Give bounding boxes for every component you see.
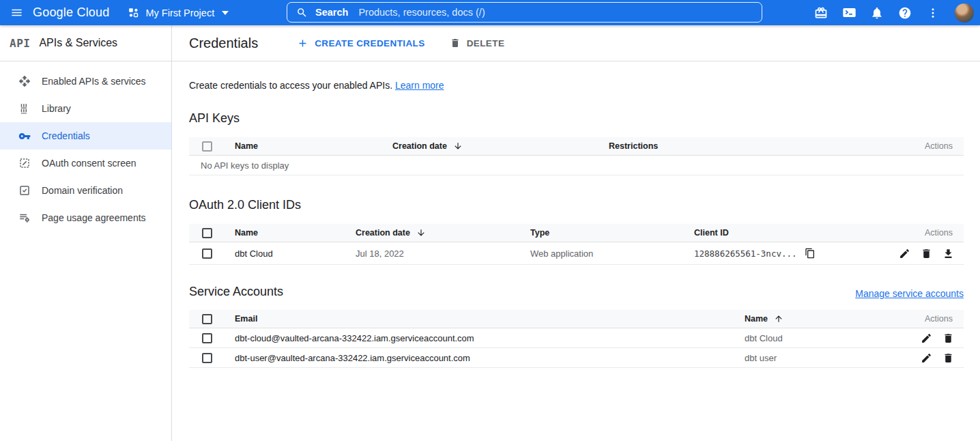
oauth-section-title: OAuth 2.0 Client IDs — [189, 198, 964, 212]
sidebar-item-label: Domain verification — [42, 185, 123, 196]
page-toolbar: Credentials CREATE CREDENTIALS DELETE — [172, 25, 980, 61]
sidebar-item-label: Page usage agreements — [42, 212, 146, 223]
service-accounts-table: Email Name Actions dbt-cloud@vaulted-arc… — [189, 310, 964, 368]
create-credentials-button[interactable]: CREATE CREDENTIALS — [297, 38, 424, 49]
notifications-bell-icon[interactable] — [869, 5, 885, 21]
column-header-client-id[interactable]: Client ID — [681, 228, 882, 238]
service-account-name: dbt user — [732, 353, 895, 363]
key-icon — [18, 130, 31, 142]
copy-icon[interactable] — [805, 248, 816, 259]
help-icon[interactable] — [897, 5, 913, 21]
project-icon — [128, 7, 139, 18]
column-header-actions: Actions — [895, 314, 964, 324]
menu-icon[interactable] — [0, 0, 33, 25]
intro-text: Create credentials to access your enable… — [189, 80, 964, 91]
content-body: Create credentials to access your enable… — [172, 80, 980, 368]
oauth-client-creation-date: Jul 18, 2022 — [343, 248, 517, 259]
column-header-type[interactable]: Type — [517, 228, 681, 238]
api-keys-table: Name Creation date Restrictions Actions … — [189, 137, 964, 175]
column-header-actions: Actions — [902, 141, 964, 151]
manage-service-accounts-link[interactable]: Manage service accounts — [855, 288, 964, 299]
sidebar-item-page-usage[interactable]: Page usage agreements — [0, 204, 171, 231]
sidebar-title: APIs & Services — [39, 37, 117, 49]
service-account-name: dbt Cloud — [732, 333, 895, 343]
oauth-table-header: Name Creation date Type Client ID Action… — [189, 224, 964, 242]
sidebar-header: API APIs & Services — [0, 25, 171, 61]
project-selector[interactable]: My First Project — [128, 7, 229, 18]
service-account-email[interactable]: dbt-cloud@vaulted-arcana-332422.iam.gser… — [222, 333, 732, 343]
project-name: My First Project — [145, 8, 214, 18]
search-input[interactable]: Search Products, resources, docs (/) — [287, 2, 762, 23]
avatar[interactable] — [955, 3, 974, 23]
column-header-email[interactable]: Email — [222, 314, 732, 324]
oauth-clients-table: Name Creation date Type Client ID Action… — [189, 224, 964, 265]
api-keys-empty-message: No API keys to display — [189, 156, 964, 175]
service-account-email[interactable]: dbt-user@vaulted-arcana-332422.iam.gserv… — [222, 353, 732, 363]
page-title: Credentials — [189, 35, 258, 51]
trash-icon — [450, 38, 461, 48]
column-header-creation-date[interactable]: Creation date — [343, 228, 517, 238]
library-icon — [18, 102, 31, 115]
chevron-down-icon — [222, 11, 229, 15]
cloud-shell-icon[interactable] — [841, 5, 857, 21]
sort-asc-icon — [774, 314, 783, 324]
sidebar-item-label: Library — [42, 103, 71, 114]
learn-more-link[interactable]: Learn more — [395, 80, 444, 91]
select-all-checkbox[interactable] — [202, 314, 212, 324]
row-checkbox[interactable] — [202, 353, 212, 363]
row-checkbox[interactable] — [202, 333, 212, 343]
row-checkbox[interactable] — [202, 248, 212, 259]
delete-button[interactable]: DELETE — [450, 38, 505, 48]
sidebar-item-label: Enabled APIs & services — [42, 76, 146, 87]
oauth-client-type: Web application — [517, 248, 681, 259]
api-keys-section-title: API Keys — [189, 111, 964, 126]
sidebar-item-label: Credentials — [42, 130, 90, 141]
app-header: Google Cloud My First Project Search Pro… — [0, 0, 980, 25]
table-row: dbt Cloud Jul 18, 2022 Web application 1… — [189, 242, 964, 265]
download-icon[interactable] — [942, 248, 954, 259]
column-header-name[interactable]: Name — [222, 228, 343, 238]
api-keys-table-header: Name Creation date Restrictions Actions — [189, 137, 964, 156]
table-row: dbt-user@vaulted-arcana-332422.iam.gserv… — [189, 348, 964, 368]
sidebar-item-oauth-consent[interactable]: OAuth consent screen — [0, 150, 171, 177]
domain-verification-icon — [18, 184, 31, 197]
edit-pencil-icon[interactable] — [899, 248, 910, 259]
sidebar-item-label: OAuth consent screen — [42, 158, 136, 169]
edit-pencil-icon[interactable] — [921, 332, 932, 344]
select-all-checkbox[interactable] — [202, 141, 212, 152]
sidebar-item-credentials[interactable]: Credentials — [0, 122, 171, 150]
select-all-checkbox[interactable] — [202, 228, 212, 238]
column-header-name[interactable]: Name — [732, 314, 895, 324]
apis-services-icon: API — [10, 37, 30, 50]
sidebar-item-domain-verification[interactable]: Domain verification — [0, 177, 171, 204]
enabled-apis-icon — [18, 75, 31, 87]
sidebar-nav: Enabled APIs & services Library Credenti… — [0, 61, 171, 231]
main-content: Credentials CREATE CREDENTIALS DELETE Cr… — [172, 25, 980, 441]
sort-desc-icon — [453, 141, 463, 151]
service-accounts-header: Service Accounts Manage service accounts — [189, 285, 964, 299]
oauth-consent-icon — [18, 157, 31, 169]
column-header-name[interactable]: Name — [222, 141, 379, 151]
service-accounts-section-title: Service Accounts — [189, 285, 283, 299]
column-header-restrictions[interactable]: Restrictions — [596, 141, 902, 151]
header-actions — [813, 0, 974, 25]
delete-trash-icon[interactable] — [942, 332, 954, 344]
page-usage-icon — [18, 212, 31, 224]
sidebar-item-library[interactable]: Library — [0, 95, 171, 122]
search-placeholder: Products, resources, docs (/) — [358, 7, 485, 18]
search-icon — [296, 7, 308, 18]
table-row: dbt-cloud@vaulted-arcana-332422.iam.gser… — [189, 328, 964, 348]
more-options-kebab-icon[interactable] — [925, 5, 941, 21]
column-header-creation-date[interactable]: Creation date — [379, 141, 596, 151]
edit-pencil-icon[interactable] — [921, 352, 932, 364]
sidebar-item-enabled-apis[interactable]: Enabled APIs & services — [0, 68, 171, 95]
delete-trash-icon[interactable] — [942, 352, 954, 364]
free-trial-gift-icon[interactable] — [813, 5, 829, 21]
column-header-actions: Actions — [882, 228, 964, 238]
google-cloud-logo[interactable]: Google Cloud — [33, 5, 109, 20]
sidebar: API APIs & Services Enabled APIs & servi… — [0, 25, 172, 441]
delete-trash-icon[interactable] — [921, 248, 932, 259]
service-accounts-table-header: Email Name Actions — [189, 310, 964, 328]
oauth-client-name[interactable]: dbt Cloud — [222, 248, 343, 259]
search-label: Search — [315, 7, 348, 18]
